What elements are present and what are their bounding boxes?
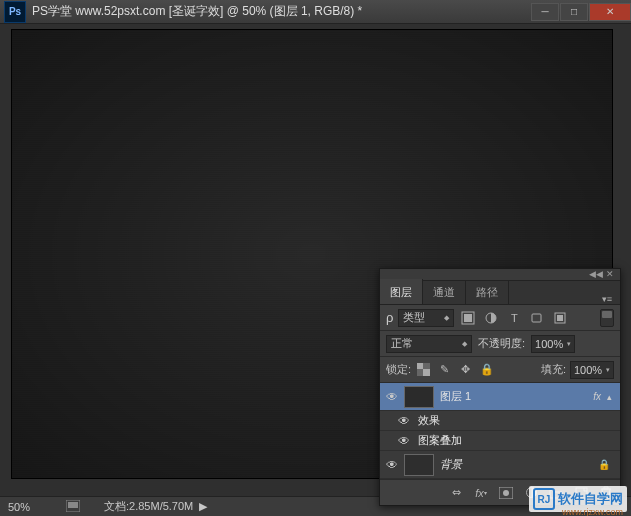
background-lock-icon: 🔒 [598,459,610,470]
filter-toggle[interactable] [600,309,614,327]
layers-list: 👁 图层 1 fx ▴ 👁 效果 👁 图案叠加 👁 背景 🔒 [380,383,620,479]
close-button[interactable]: ✕ [589,3,631,21]
blend-row: 正常◆ 不透明度: 100%▾ [380,331,620,357]
lock-pixels-icon[interactable]: ✎ [436,361,453,378]
opacity-label: 不透明度: [478,336,525,351]
panel-tabs: 图层 通道 路径 ▾≡ [380,281,620,305]
tab-paths[interactable]: 路径 [466,281,509,304]
layer-name[interactable]: 图层 1 [438,389,589,404]
blend-mode-select[interactable]: 正常◆ [386,335,472,353]
svg-rect-10 [423,369,430,376]
svg-rect-1 [68,502,78,508]
visibility-toggle[interactable]: 👁 [384,390,400,404]
window-titlebar: Ps PS学堂 www.52psxt.com [圣诞字效] @ 50% (图层 … [0,0,631,24]
status-menu-arrow[interactable]: ▶ [199,500,207,513]
filter-row: ρ 类型◆ T [380,305,620,331]
tab-channels[interactable]: 通道 [423,281,466,304]
filter-shape-icon[interactable] [528,309,546,327]
pattern-overlay-label: 图案叠加 [416,433,616,448]
maximize-button[interactable]: □ [560,3,588,21]
status-preview-icon[interactable] [66,500,84,514]
lock-label: 锁定: [386,362,411,377]
layer-row-layer1[interactable]: 👁 图层 1 fx ▴ [380,383,620,411]
filter-kind-select[interactable]: 类型◆ [398,309,454,327]
lock-position-icon[interactable]: ✥ [457,361,474,378]
link-layers-icon[interactable]: ⇔ [448,485,464,501]
layer-thumbnail[interactable] [404,386,434,408]
watermark-url: www.rjzxw.com [562,507,623,516]
fill-label: 填充: [541,362,566,377]
watermark-text: 软件自学网 [558,490,623,508]
svg-rect-9 [417,363,423,369]
filter-type-icon[interactable]: T [505,309,523,327]
filter-smart-icon[interactable] [551,309,569,327]
window-title: PS学堂 www.52psxt.com [圣诞字效] @ 50% (图层 1, … [30,3,530,20]
lock-all-icon[interactable]: 🔒 [478,361,495,378]
lock-row: 锁定: ✎ ✥ 🔒 填充: 100%▾ [380,357,620,383]
effects-row[interactable]: 👁 效果 [380,411,620,431]
effects-label: 效果 [416,413,616,428]
effects-visibility-toggle[interactable]: 👁 [396,414,412,428]
pattern-overlay-row[interactable]: 👁 图案叠加 [380,431,620,451]
layer-row-background[interactable]: 👁 背景 🔒 [380,451,620,479]
tab-layers[interactable]: 图层 [380,279,423,304]
filter-pixel-icon[interactable] [459,309,477,327]
fx-expand-icon[interactable]: ▴ [607,392,612,402]
lock-transparent-icon[interactable] [415,361,432,378]
layer-mask-icon[interactable] [498,485,514,501]
panel-menu-button[interactable]: ▾≡ [594,294,620,304]
layer-style-icon[interactable]: fx▾ [473,485,489,501]
filter-search-icon[interactable]: ρ [386,310,393,325]
fill-input[interactable]: 100%▾ [570,361,614,379]
layer-thumbnail-bg[interactable] [404,454,434,476]
layer-name-bg[interactable]: 背景 [438,457,594,472]
zoom-level[interactable]: 50% [0,501,60,513]
layers-panel: ◀◀ ✕ 图层 通道 路径 ▾≡ ρ 类型◆ T 正常◆ 不透明度: 100%▾… [379,268,621,506]
filter-adjustment-icon[interactable] [482,309,500,327]
fx-badge[interactable]: fx [593,391,601,402]
svg-point-12 [503,490,509,496]
visibility-toggle-bg[interactable]: 👁 [384,458,400,472]
svg-rect-5 [532,314,541,322]
document-size: 文档:2.85M/5.70M [90,499,193,514]
opacity-input[interactable]: 100%▾ [531,335,575,353]
pattern-visibility-toggle[interactable]: 👁 [396,434,412,448]
svg-rect-3 [464,314,472,322]
watermark-logo: RJ [533,488,555,510]
app-logo: Ps [4,1,26,23]
svg-rect-7 [557,315,563,321]
minimize-button[interactable]: ─ [531,3,559,21]
